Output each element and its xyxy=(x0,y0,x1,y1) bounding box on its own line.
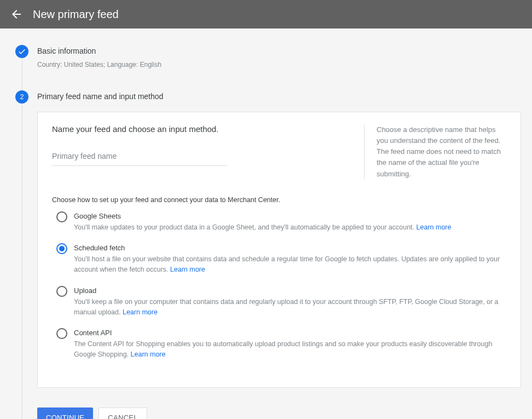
radio-label-upload: Upload xyxy=(74,286,506,295)
radio-label-content-api: Content API xyxy=(74,329,506,337)
card-instruction: Name your feed and choose an input metho… xyxy=(52,124,348,134)
step-1-marker-complete[interactable] xyxy=(15,45,28,58)
action-buttons: Continue Cancel xyxy=(37,407,521,419)
step-primary-feed-name: 2 Primary feed name and input method Nam… xyxy=(15,90,521,419)
page-title: New primary feed xyxy=(33,8,119,21)
content-area: Basic information Country: United States… xyxy=(0,28,532,419)
back-arrow-icon[interactable] xyxy=(10,8,23,21)
learn-more-upload[interactable]: Learn more xyxy=(123,308,158,316)
steps-container: Basic information Country: United States… xyxy=(15,45,521,419)
step-2-marker: 2 xyxy=(15,90,28,104)
radio-option-google-sheets[interactable]: Google Sheets You'll make updates to you… xyxy=(56,211,506,233)
step-1-summary: Country: United States; Language: Englis… xyxy=(37,61,521,68)
radio-option-upload[interactable]: Upload You'll keep a file on your comput… xyxy=(56,286,506,318)
radio-desc-google-sheets: You'll make updates to your product data… xyxy=(74,222,506,233)
radio-content-api[interactable] xyxy=(56,328,67,339)
feed-name-input[interactable] xyxy=(52,150,227,162)
radio-option-content-api[interactable]: Content API The Content API for Shopping… xyxy=(56,328,506,360)
feed-name-field[interactable] xyxy=(52,150,227,166)
radio-desc-content-api: The Content API for Shopping enables you… xyxy=(74,339,506,360)
step-1-title: Basic information xyxy=(37,47,521,55)
step-2-card: Name your feed and choose an input metho… xyxy=(37,112,521,388)
radio-upload[interactable] xyxy=(56,286,67,297)
radio-desc-upload: You'll keep a file on your computer that… xyxy=(74,297,506,318)
check-icon xyxy=(18,47,26,56)
radio-label-scheduled-fetch: Scheduled fetch xyxy=(74,244,506,252)
header-bar: New primary feed xyxy=(0,0,532,28)
continue-button[interactable]: Continue xyxy=(37,407,93,419)
learn-more-google-sheets[interactable]: Learn more xyxy=(417,223,452,231)
step-basic-information: Basic information Country: United States… xyxy=(15,45,521,90)
learn-more-scheduled-fetch[interactable]: Learn more xyxy=(170,266,205,273)
help-panel: Choose a descriptive name that helps you… xyxy=(364,124,506,180)
input-method-radio-group: Google Sheets You'll make updates to you… xyxy=(52,211,506,360)
radio-desc-scheduled-fetch: You'll host a file on your website that … xyxy=(74,254,506,275)
radio-label-google-sheets: Google Sheets xyxy=(74,212,506,220)
radio-google-sheets[interactable] xyxy=(56,211,67,222)
cancel-button[interactable]: Cancel xyxy=(99,407,147,419)
step-2-title: Primary feed name and input method xyxy=(37,92,521,101)
learn-more-content-api[interactable]: Learn more xyxy=(131,351,166,358)
input-method-intro: Choose how to set up your feed and conne… xyxy=(52,196,506,204)
radio-scheduled-fetch[interactable] xyxy=(56,243,67,254)
radio-option-scheduled-fetch[interactable]: Scheduled fetch You'll host a file on yo… xyxy=(56,243,506,275)
